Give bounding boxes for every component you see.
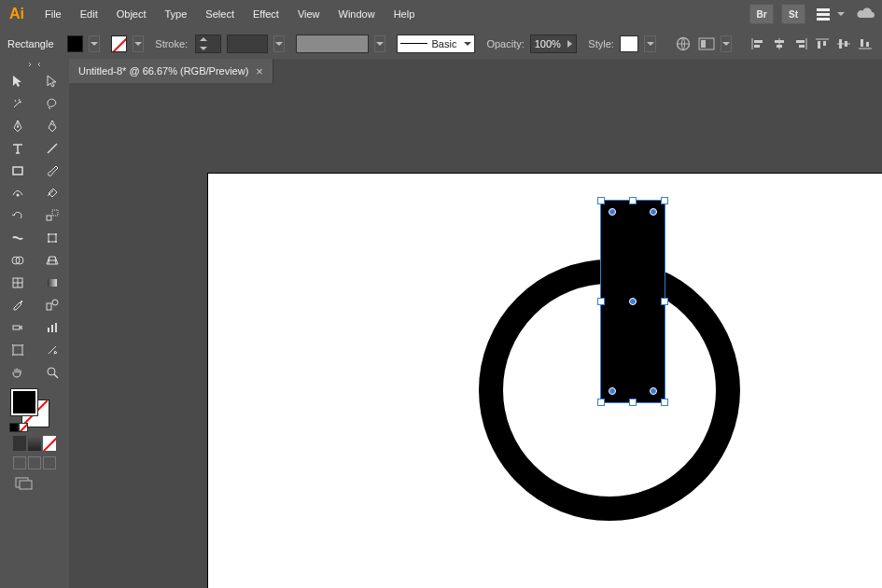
document-tab[interactable]: Untitled-8* @ 66.67% (RGB/Preview) × — [69, 59, 273, 83]
fill-color-box[interactable] — [11, 389, 37, 415]
artboard-tool[interactable] — [0, 339, 35, 361]
paintbrush-tool[interactable] — [35, 160, 69, 182]
slice-tool[interactable] — [35, 339, 69, 361]
magic-wand-tool[interactable] — [0, 92, 35, 115]
stroke-profile-dropdown[interactable] — [273, 35, 285, 52]
color-mode-button[interactable] — [13, 436, 26, 451]
none-mode-button[interactable] — [43, 436, 56, 451]
direct-selection-tool[interactable] — [35, 70, 69, 92]
align-top-button[interactable] — [813, 35, 832, 52]
selection-handle[interactable] — [629, 197, 637, 204]
bridge-button[interactable]: Br — [749, 4, 774, 24]
brush-basic-select[interactable]: Basic — [397, 35, 475, 53]
width-tool[interactable] — [0, 227, 35, 249]
collapse-tools-button[interactable] — [0, 59, 69, 70]
stroke-weight-stepper[interactable] — [195, 35, 220, 53]
align-left-button[interactable] — [749, 35, 767, 52]
draw-inside-button[interactable] — [43, 456, 56, 469]
menu-help[interactable]: Help — [386, 5, 423, 23]
pen-tool[interactable] — [0, 115, 35, 137]
selection-handle[interactable] — [629, 399, 637, 406]
align-panel-dropdown[interactable] — [721, 35, 732, 52]
symbol-sprayer-tool[interactable] — [0, 316, 35, 339]
fill-dropdown[interactable] — [89, 35, 100, 52]
svg-rect-23 — [13, 167, 22, 175]
corner-widget[interactable] — [609, 387, 616, 395]
screen-mode-button[interactable] — [7, 477, 62, 490]
selection-tool[interactable] — [0, 70, 35, 92]
svg-rect-17 — [845, 41, 847, 47]
menu-edit[interactable]: Edit — [73, 5, 105, 23]
hand-tool[interactable] — [0, 361, 35, 384]
gradient-mode-button[interactable] — [28, 436, 41, 451]
menu-view[interactable]: View — [290, 5, 328, 23]
align-panel-icon[interactable] — [697, 35, 715, 52]
curvature-tool[interactable] — [35, 115, 69, 137]
corner-widget[interactable] — [609, 208, 616, 216]
style-swatch[interactable] — [620, 35, 639, 52]
document-tab-title: Untitled-8* @ 66.67% (RGB/Preview) — [78, 65, 248, 77]
stroke-profile-select[interactable] — [227, 35, 268, 53]
shape-builder-tool[interactable] — [0, 249, 35, 272]
selection-handle[interactable] — [661, 298, 668, 305]
align-right-button[interactable] — [791, 35, 810, 52]
rectangle-tool[interactable] — [0, 160, 35, 182]
gradient-tool[interactable] — [35, 272, 69, 294]
menu-type[interactable]: Type — [158, 5, 195, 23]
align-bottom-button[interactable] — [856, 35, 875, 52]
menu-effect[interactable]: Effect — [245, 5, 287, 23]
line-segment-tool[interactable] — [35, 137, 69, 160]
selected-rectangle[interactable] — [600, 200, 665, 403]
default-fill-stroke[interactable] — [9, 423, 19, 432]
svg-rect-26 — [52, 210, 58, 216]
scale-tool[interactable] — [35, 204, 69, 227]
swap-fill-stroke[interactable] — [19, 423, 28, 432]
menu-select[interactable]: Select — [198, 5, 242, 23]
svg-rect-36 — [47, 303, 51, 310]
draw-normal-button[interactable] — [13, 456, 26, 469]
menu-window[interactable]: Window — [331, 5, 383, 23]
stroke-swatch[interactable] — [111, 35, 127, 52]
column-graph-tool[interactable] — [35, 316, 69, 339]
selection-handle[interactable] — [661, 399, 668, 406]
rotate-tool[interactable] — [0, 204, 35, 227]
type-tool[interactable] — [0, 137, 35, 160]
svg-rect-25 — [47, 216, 51, 220]
corner-widget[interactable] — [650, 387, 657, 395]
brush-definition-select[interactable] — [296, 35, 369, 53]
align-vcenter-button[interactable] — [834, 35, 853, 52]
perspective-grid-tool[interactable] — [35, 249, 69, 272]
menu-file[interactable]: File — [37, 5, 69, 23]
center-point[interactable] — [629, 298, 637, 305]
style-dropdown[interactable] — [644, 35, 655, 52]
svg-point-21 — [17, 126, 19, 128]
zoom-tool[interactable] — [35, 361, 69, 384]
svg-rect-39 — [48, 328, 49, 332]
arrange-documents-button[interactable] — [817, 8, 845, 21]
draw-behind-button[interactable] — [28, 456, 41, 469]
selection-handle[interactable] — [661, 197, 668, 204]
sync-settings-icon[interactable] — [856, 7, 876, 21]
eraser-tool[interactable] — [35, 182, 69, 204]
fill-swatch[interactable] — [67, 35, 83, 52]
opacity-input[interactable]: 100% — [530, 35, 578, 53]
recolor-artwork-icon[interactable] — [675, 35, 693, 52]
menu-object[interactable]: Object — [109, 5, 154, 23]
mesh-tool[interactable] — [0, 272, 35, 294]
selection-handle[interactable] — [597, 298, 605, 305]
close-tab-button[interactable]: × — [256, 64, 263, 78]
corner-widget[interactable] — [650, 208, 657, 216]
free-transform-tool[interactable] — [35, 227, 69, 249]
brush-definition-dropdown[interactable] — [374, 35, 385, 52]
lasso-tool[interactable] — [35, 92, 69, 115]
stock-button[interactable]: St — [781, 4, 805, 24]
stroke-dropdown[interactable] — [133, 35, 144, 52]
eyedropper-tool[interactable] — [0, 294, 35, 316]
svg-rect-20 — [866, 42, 869, 47]
selection-handle[interactable] — [597, 399, 605, 406]
selection-handle[interactable] — [597, 197, 605, 204]
shaper-tool[interactable] — [0, 182, 35, 204]
blend-tool[interactable] — [35, 294, 69, 316]
align-hcenter-button[interactable] — [770, 35, 789, 52]
canvas[interactable] — [69, 83, 882, 588]
